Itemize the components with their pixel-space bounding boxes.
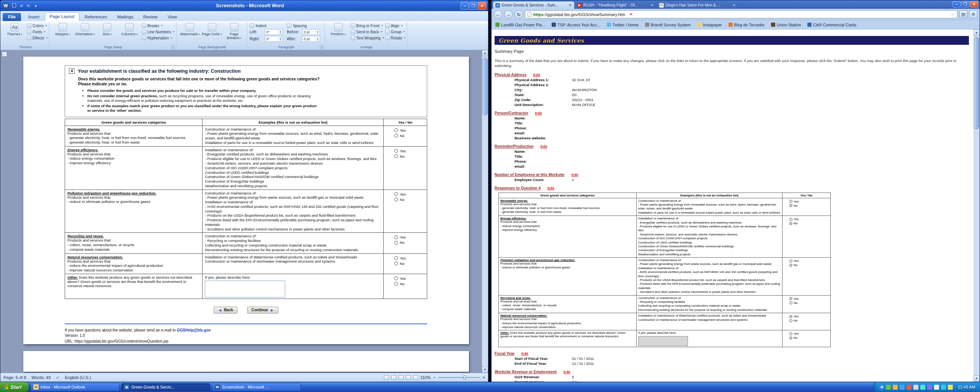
bookmark-item[interactable]: Blog do Torcedor — [728, 23, 764, 27]
no-radio[interactable] — [394, 154, 398, 158]
scrollbar-thumb[interactable] — [974, 37, 979, 129]
tab-close-icon[interactable]: ✕ — [733, 3, 736, 7]
browser-tab[interactable]: ✂ Diego's Hair Salon For Men & ... ✕ — [657, 2, 738, 9]
ribbon-small-button[interactable]: Effects ▾ — [27, 36, 47, 40]
bookmark-item[interactable]: TSP: Access Your Acc... — [552, 23, 600, 27]
ribbon-small-button[interactable]: Hyphenation ▾ — [142, 36, 175, 40]
address-bar[interactable]: https://ggsdatat.bls.gov/GGS/showSummary… — [525, 10, 957, 18]
no-radio[interactable] — [789, 222, 792, 225]
edit-link[interactable]: Edit — [521, 351, 528, 356]
tab-close-icon[interactable]: ✕ — [651, 3, 654, 7]
yes-radio[interactable] — [394, 256, 398, 260]
tray-icon[interactable] — [913, 385, 918, 390]
yes-radio[interactable] — [394, 276, 398, 280]
undo-button[interactable]: ↺ — [18, 3, 24, 9]
no-radio[interactable] — [789, 264, 792, 267]
bookmark-item[interactable]: Brandt Survey System — [645, 23, 691, 27]
section-link[interactable]: Fiscal Year — [495, 351, 514, 356]
yes-radio[interactable] — [789, 315, 792, 318]
proofing-icon[interactable]: ✓ — [56, 375, 59, 380]
yes-radio[interactable] — [789, 260, 792, 263]
start-button[interactable]: Start — [0, 382, 29, 392]
close-button[interactable]: ✕ — [970, 1, 978, 7]
reload-button[interactable]: ↻ — [514, 10, 523, 19]
yes-radio[interactable] — [394, 128, 398, 132]
section-link[interactable]: Responses to Question 4 — [495, 186, 541, 190]
themes-button[interactable]: Aa Themes▾ — [3, 22, 26, 37]
web-layout-view-icon[interactable] — [399, 375, 403, 380]
tray-icon[interactable] — [934, 385, 939, 390]
save-button[interactable] — [11, 3, 17, 9]
tray-icon[interactable] — [893, 385, 898, 390]
no-radio[interactable] — [789, 319, 792, 322]
ribbon-small-button[interactable]: Send to Back ▾ — [351, 29, 384, 34]
scroll-down-icon[interactable]: ▼ — [973, 376, 980, 382]
redo-button[interactable]: ↻ — [26, 3, 31, 9]
dialog-launcher-icon[interactable]: ↘ — [171, 46, 175, 49]
taskbar-button[interactable]: W Screenshots - Microsoft ... — [212, 383, 301, 391]
ribbon-tab[interactable]: Page Layout — [45, 12, 80, 21]
yes-radio[interactable] — [789, 297, 792, 300]
spacing-after-stepper[interactable]: 0 pt▲▼ — [302, 36, 320, 42]
section-link[interactable]: Physical Address — [495, 73, 526, 77]
tray-icon[interactable] — [941, 385, 946, 390]
document-page-next[interactable] — [23, 351, 469, 372]
tray-icon[interactable] — [948, 385, 953, 390]
edit-link[interactable]: Edit — [572, 173, 578, 177]
tray-icon[interactable] — [886, 385, 891, 390]
minimize-button[interactable]: – — [952, 1, 960, 7]
scroll-up-icon[interactable]: ▲ — [973, 29, 980, 36]
edit-link[interactable]: Edit — [547, 186, 554, 190]
bookmark-item[interactable]: Landfill Gas Power Pla... — [495, 23, 545, 27]
tray-icon[interactable] — [906, 385, 911, 390]
stepper-arrows-icon[interactable]: ▲▼ — [278, 37, 282, 41]
ribbon-big-button[interactable]: Page Color▾ — [201, 22, 223, 41]
language-indicator[interactable]: English (U.S.) — [65, 375, 91, 380]
ribbon-small-button[interactable]: Group ▾ — [385, 29, 405, 34]
ribbon-tab[interactable]: Insert — [24, 13, 44, 21]
section-link[interactable]: Reminder/Production — [495, 144, 534, 149]
no-radio[interactable] — [789, 301, 792, 304]
no-radio[interactable] — [394, 282, 398, 286]
help-email-link[interactable]: GGSHelp@bls.gov — [177, 328, 211, 332]
no-radio[interactable] — [394, 134, 398, 137]
taskbar-button[interactable]: ✉ Inbox - Microsoft Outlook — [31, 383, 119, 391]
dialog-launcher-icon[interactable]: ↘ — [320, 46, 323, 49]
ribbon-big-button[interactable]: Size▾ — [96, 22, 118, 37]
ribbon-big-button[interactable]: Margins▾ — [52, 22, 74, 37]
ribbon-small-button[interactable]: Text Wrapping ▾ — [351, 36, 384, 40]
no-radio[interactable] — [789, 204, 792, 207]
edit-link[interactable]: Edit — [541, 144, 547, 149]
stepper-arrows-icon[interactable]: ▲▼ — [315, 37, 319, 41]
page-indicator[interactable]: Page: 5 of 8 — [3, 375, 26, 380]
yes-radio[interactable] — [789, 332, 792, 335]
back-button[interactable]: ← — [494, 10, 502, 19]
stepper-arrows-icon[interactable]: ▲▼ — [315, 30, 319, 34]
scroll-up-icon[interactable]: ▲ — [482, 50, 488, 56]
other-description-input[interactable] — [638, 336, 688, 346]
word-count[interactable]: Words: 49 — [31, 375, 51, 380]
tab-close-icon[interactable]: ✕ — [569, 3, 572, 7]
bookmark-star-icon[interactable]: ☆ — [951, 12, 955, 17]
edit-link[interactable]: Edit — [533, 73, 540, 77]
settings-menu-icon[interactable]: ⚙ — [969, 10, 977, 18]
tray-icon[interactable] — [920, 385, 925, 390]
edit-link[interactable]: Edit — [535, 111, 542, 115]
ribbon-big-button[interactable]: Orientation▾ — [74, 22, 96, 37]
bookmark-item[interactable]: Citi® Commercial Cards — [807, 23, 856, 27]
draft-view-icon[interactable] — [413, 375, 418, 380]
ribbon-tab[interactable]: View — [163, 13, 182, 21]
ribbon-small-button[interactable]: Bring to Front ▾ — [351, 23, 384, 28]
ribbon-tab[interactable]: Mailings — [113, 13, 138, 21]
ribbon-tab[interactable]: References — [80, 13, 112, 21]
outline-view-icon[interactable] — [406, 375, 411, 380]
back-button[interactable]: ◄Back — [214, 307, 237, 314]
no-radio[interactable] — [789, 336, 792, 340]
indent-right-stepper[interactable]: 0"▲▼ — [265, 36, 283, 42]
ribbon-big-button[interactable]: Watermark▾ — [179, 22, 201, 41]
ribbon-tab[interactable]: File — [3, 13, 21, 21]
word-scrollbar[interactable]: ▲ ▼ — [482, 50, 488, 373]
spacing-before-stepper[interactable]: 0 pt▲▼ — [302, 29, 320, 35]
indent-left-stepper[interactable]: 0"▲▼ — [265, 29, 283, 35]
ribbon-small-button[interactable]: Align ▾ — [385, 23, 405, 28]
